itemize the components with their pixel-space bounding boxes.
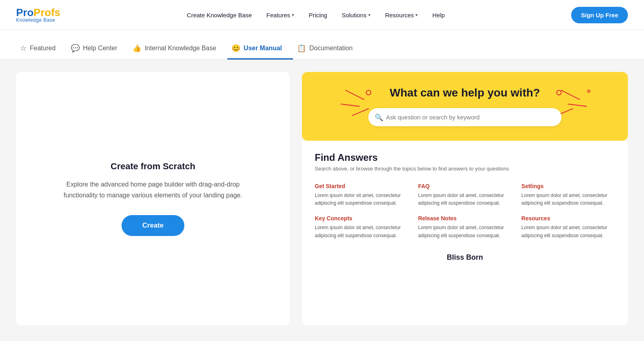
svg-line-2 bbox=[353, 109, 369, 115]
create-title: Create from Scratch bbox=[111, 161, 195, 172]
nav-help[interactable]: Help bbox=[432, 12, 445, 18]
topic-title[interactable]: FAQ bbox=[418, 183, 512, 189]
star-icon: ☆ bbox=[20, 44, 27, 53]
header: ProProfs Knowledge Base Create Knowledge… bbox=[0, 0, 644, 30]
main-content: Create from Scratch Explore the advanced… bbox=[0, 60, 644, 341]
topic-title[interactable]: Settings bbox=[521, 183, 615, 189]
chevron-down-icon: ▾ bbox=[292, 12, 294, 18]
topic-faq: FAQ Lorem ipsum dolor sit amet, consecte… bbox=[418, 183, 512, 207]
thumbsup-icon: 👍 bbox=[132, 44, 141, 53]
nav-create-kb[interactable]: Create Knowledge Base bbox=[187, 12, 252, 18]
tab-help-center[interactable]: 💬 Help Center bbox=[67, 38, 128, 60]
topic-title[interactable]: Release Notes bbox=[418, 215, 512, 222]
tab-user-manual[interactable]: 😊 User Manual bbox=[227, 38, 293, 60]
chat-icon: 💬 bbox=[71, 44, 80, 53]
nav-solutions[interactable]: Solutions ▾ bbox=[342, 12, 371, 18]
topic-description: Lorem ipsum dolor sit amet, consectetur … bbox=[418, 224, 512, 239]
svg-line-5 bbox=[568, 104, 587, 107]
topic-description: Lorem ipsum dolor sit amet, consectetur … bbox=[315, 192, 409, 207]
logo-text: ProProfs bbox=[16, 7, 60, 18]
search-icon: 🔍 bbox=[375, 113, 383, 121]
nav-pricing[interactable]: Pricing bbox=[309, 12, 327, 18]
signup-button[interactable]: Sign Up Free bbox=[571, 7, 628, 23]
find-answers-description: Search above, or browse through the topi… bbox=[315, 166, 615, 172]
left-panel: Create from Scratch Explore the advanced… bbox=[16, 72, 290, 325]
topic-title[interactable]: Get Started bbox=[315, 183, 409, 189]
search-input-wrap: 🔍 bbox=[368, 108, 561, 126]
topic-description: Lorem ipsum dolor sit amet, consectetur … bbox=[418, 192, 512, 207]
svg-line-1 bbox=[341, 104, 359, 107]
tab-documentation[interactable]: 📋 Documentation bbox=[293, 38, 364, 60]
logo-subtitle: Knowledge Base bbox=[16, 18, 60, 23]
tab-internal-kb[interactable]: 👍 Internal Knowledge Base bbox=[128, 38, 227, 60]
nav-resources[interactable]: Resources ▾ bbox=[385, 12, 418, 18]
logo[interactable]: ProProfs Knowledge Base bbox=[16, 7, 60, 23]
tabs-bar: ☆ Featured 💬 Help Center 👍 Internal Know… bbox=[0, 38, 644, 60]
topic-release-notes: Release Notes Lorem ipsum dolor sit amet… bbox=[418, 215, 512, 239]
right-panel: What can we help you with? 🔍 Find Answer… bbox=[302, 72, 628, 325]
main-nav: Create Knowledge Base Features ▾ Pricing… bbox=[187, 12, 445, 18]
topic-resources: Resources Lorem ipsum dolor sit amet, co… bbox=[521, 215, 615, 239]
topic-title[interactable]: Key Concepts bbox=[315, 215, 409, 222]
search-card: What can we help you with? 🔍 bbox=[302, 72, 628, 141]
topic-description: Lorem ipsum dolor sit amet, consectetur … bbox=[315, 224, 409, 239]
nav-features[interactable]: Features ▾ bbox=[266, 12, 294, 18]
topic-description: Lorem ipsum dolor sit amet, consectetur … bbox=[521, 224, 615, 239]
search-card-title: What can we help you with? bbox=[318, 86, 612, 99]
bliss-born-text: Bliss Born bbox=[315, 249, 615, 262]
chevron-down-icon: ▾ bbox=[415, 12, 418, 18]
topic-description: Lorem ipsum dolor sit amet, consectetur … bbox=[521, 192, 615, 207]
create-button[interactable]: Create bbox=[122, 215, 185, 236]
smiley-icon: 😊 bbox=[231, 44, 240, 53]
chevron-down-icon: ▾ bbox=[368, 12, 371, 18]
topic-get-started: Get Started Lorem ipsum dolor sit amet, … bbox=[315, 183, 409, 207]
create-description: Explore the advanced home page builder w… bbox=[52, 179, 254, 201]
doc-icon: 📋 bbox=[297, 44, 306, 53]
topic-settings: Settings Lorem ipsum dolor sit amet, con… bbox=[521, 183, 615, 207]
topic-key-concepts: Key Concepts Lorem ipsum dolor sit amet,… bbox=[315, 215, 409, 239]
topics-grid: Get Started Lorem ipsum dolor sit amet, … bbox=[315, 183, 615, 240]
find-answers-section: Find Answers Search above, or browse thr… bbox=[302, 141, 628, 325]
tab-featured[interactable]: ☆ Featured bbox=[16, 38, 67, 60]
topic-title[interactable]: Resources bbox=[521, 215, 615, 222]
find-answers-title: Find Answers bbox=[315, 152, 615, 163]
search-input[interactable] bbox=[368, 108, 561, 126]
